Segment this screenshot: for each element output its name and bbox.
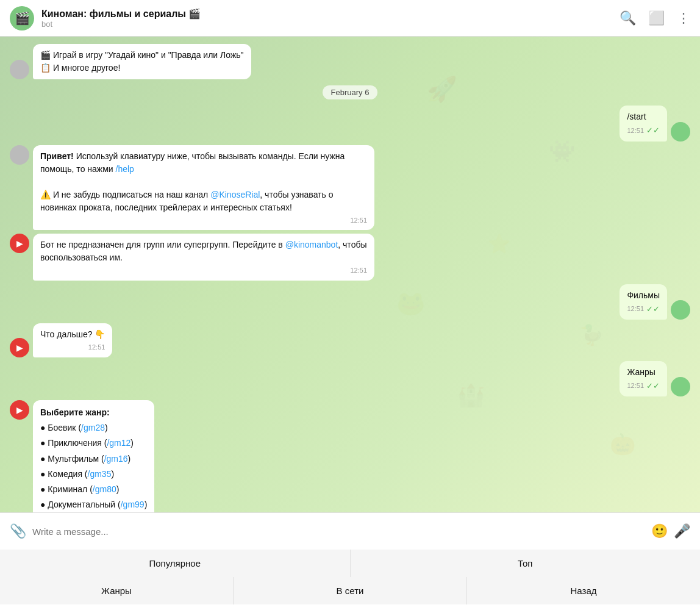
time-label: 12:51 (350, 265, 367, 276)
search-icon[interactable]: 🔍 (620, 10, 636, 26)
message-row: 🎬 Играй в игру "Угадай кино" и "Правда и… (10, 44, 690, 79)
time-label: 12:51 (88, 342, 105, 353)
user-avatar (671, 377, 690, 396)
kinomanbot-link[interactable]: @kinomanbot (285, 240, 338, 249)
user-avatar (671, 300, 690, 320)
gm28-link[interactable]: /gm28 (81, 423, 105, 432)
message-text: Привет! Используй клавиатуру ниже, чтобы… (40, 150, 367, 214)
bot-avatar-red3: ▶ (10, 400, 29, 420)
keyboard-row-2: Жанры В сети Назад (0, 577, 700, 604)
sent-bubble-filmy: Фильмы 12:51 ✓✓ (620, 284, 667, 320)
gm35-link[interactable]: /gm35 (88, 469, 112, 479)
received-bubble-genres: Выберите жанр: ● Боевик (/gm28) ● Приклю… (33, 400, 154, 512)
message-row-start: /start 12:51 ✓✓ (10, 106, 690, 142)
bubble-meta: 12:51 ✓✓ (627, 124, 660, 137)
header-info: Киноман: фильмы и сериалы 🎬 bot (41, 8, 620, 29)
genre-item-boevyk: ● Боевик (/gm28) (40, 420, 147, 436)
message-row-warn: ▶ Бот не предназначен для групп или супе… (10, 234, 690, 281)
check-icon: ✓✓ (646, 380, 660, 392)
gm99-link[interactable]: /gm99 (121, 500, 145, 509)
input-row: 📎 🙂 🎤 (0, 513, 700, 550)
chat-subtitle: bot (41, 20, 620, 29)
message-row-genre-list: ▶ Выберите жанр: ● Боевик (/gm28) ● Прик… (10, 400, 690, 512)
received-bubble-warn: Бот не предназначен для групп или суперг… (33, 234, 374, 281)
bubble-meta-filmy: 12:51 ✓✓ (627, 303, 660, 315)
bubble-meta-hello: 12:51 (40, 215, 367, 226)
gm80-link[interactable]: /gm80 (93, 484, 116, 494)
bot-avatar-red2: ▶ (10, 338, 29, 357)
kb-populyarnoe[interactable]: Популярное (0, 550, 350, 577)
channel-link[interactable]: @KinoseRial (210, 190, 260, 199)
kb-vseti[interactable]: В сети (234, 577, 466, 604)
genre-item-prikl: ● Приключения (/gm12) (40, 436, 147, 451)
message-text: Фильмы (627, 290, 660, 300)
genre-item-komediya: ● Комедия (/gm35) (40, 467, 147, 482)
user-avatar (671, 122, 690, 142)
time-label: 12:51 (627, 304, 644, 314)
date-separator: February 6 (10, 85, 690, 99)
gm12-link[interactable]: /gm12 (107, 438, 130, 448)
genre-item-mult: ● Мультфильм (/gm16) (40, 451, 147, 467)
bubble-meta-chto: 12:51 (40, 342, 105, 353)
message-row-zhanry: Жанры 12:51 ✓✓ (10, 361, 690, 397)
message-text: /start (627, 112, 646, 121)
mic-icon[interactable]: 🎤 (674, 523, 690, 539)
kb-zhanry[interactable]: Жанры (0, 577, 233, 604)
message-row-filmy: Фильмы 12:51 ✓✓ (10, 284, 690, 320)
time-label: 12:51 (350, 215, 367, 226)
bot-avatar: 🎬 (10, 6, 34, 30)
message-row-chto: ▶ Что дальше? 👇 12:51 (10, 323, 690, 357)
bot-avatar-small (10, 145, 29, 165)
genre-title: Выберите жанр: (40, 407, 110, 417)
attach-icon[interactable]: 📎 (10, 523, 26, 539)
bot-avatar-red: ▶ (10, 234, 29, 253)
chat-area: 🚀 👾 ⭐ 🐸 🦆 🏰 🎃 🎬 Играй в игру "Угадай кин… (0, 37, 700, 512)
kb-top[interactable]: Топ (351, 550, 701, 577)
bubble-meta-warn: 12:51 (40, 265, 367, 276)
time-label: 12:51 (627, 381, 644, 391)
sent-bubble-start: /start 12:51 ✓✓ (620, 106, 667, 142)
columns-icon[interactable]: ⬜ (648, 10, 665, 26)
genre-item-doc: ● Документальный (/gm99) (40, 497, 147, 512)
chat-header: 🎬 Киноман: фильмы и сериалы 🎬 bot 🔍 ⬜ ⋮ (0, 0, 700, 37)
message-input[interactable] (32, 526, 645, 537)
received-bubble-hello: Привет! Используй клавиатуру ниже, чтобы… (33, 145, 374, 231)
check-icon: ✓✓ (646, 124, 660, 137)
bubble-meta-zhanry: 12:51 ✓✓ (627, 380, 660, 392)
emoji-icon[interactable]: 🙂 (651, 523, 668, 539)
date-label: February 6 (323, 85, 378, 99)
message-row-hello: Привет! Используй клавиатуру ниже, чтобы… (10, 145, 690, 231)
keyboard-row-1: Популярное Топ (0, 550, 700, 577)
message-text: Жанры (627, 367, 655, 377)
header-icons: 🔍 ⬜ ⋮ (620, 10, 690, 26)
time-label: 12:51 (627, 126, 644, 136)
menu-icon[interactable]: ⋮ (677, 10, 690, 26)
message-text: Что дальше? 👇 (40, 329, 105, 339)
message-text: 🎬 Играй в игру "Угадай кино" и "Правда и… (40, 49, 244, 74)
sent-bubble-zhanry: Жанры 12:51 ✓✓ (620, 361, 667, 397)
check-icon: ✓✓ (646, 303, 660, 315)
chat-title: Киноман: фильмы и сериалы 🎬 (41, 8, 620, 20)
help-link[interactable]: /help (116, 164, 134, 174)
received-bubble-chto: Что дальше? 👇 12:51 (33, 323, 112, 357)
kb-nazad[interactable]: Назад (467, 577, 700, 604)
keyboard-area: 📎 🙂 🎤 Популярное Топ Жанры В сети Назад (0, 512, 700, 604)
chat-content: 🎬 Играй в игру "Угадай кино" и "Правда и… (10, 44, 690, 512)
genre-item-kriminal: ● Криминал (/gm80) (40, 482, 147, 497)
gm16-link[interactable]: /gm16 (104, 454, 128, 464)
message-bubble: 🎬 Играй в игру "Угадай кино" и "Правда и… (33, 44, 251, 79)
bot-avatar-small (10, 60, 29, 79)
message-text: Бот не предназначен для групп или суперг… (40, 238, 367, 264)
